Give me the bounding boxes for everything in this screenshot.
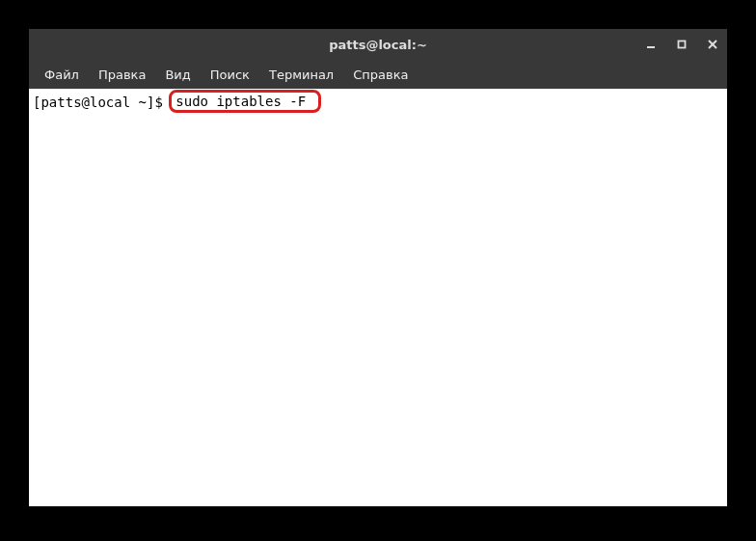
terminal-area[interactable]: [patts@local ~]$ sudo iptables -F bbox=[29, 89, 727, 506]
terminal-line: [patts@local ~]$ sudo iptables -F bbox=[33, 91, 723, 114]
highlighted-command: sudo iptables -F bbox=[169, 90, 320, 113]
terminal-window: patts@local:~ Файл Правка Вид bbox=[29, 29, 727, 506]
menu-edit[interactable]: Правка bbox=[89, 64, 155, 86]
window-controls bbox=[642, 36, 721, 53]
minimize-button[interactable] bbox=[642, 36, 660, 53]
shell-prompt: [patts@local ~]$ bbox=[33, 94, 171, 111]
close-button[interactable] bbox=[704, 36, 721, 53]
menu-search[interactable]: Поиск bbox=[201, 64, 259, 86]
minimize-icon bbox=[646, 40, 656, 49]
menu-view[interactable]: Вид bbox=[155, 64, 200, 86]
maximize-button[interactable] bbox=[673, 36, 690, 53]
menu-file[interactable]: Файл bbox=[35, 64, 89, 86]
window-title: patts@local:~ bbox=[329, 38, 427, 52]
titlebar[interactable]: patts@local:~ bbox=[29, 29, 727, 60]
menu-help[interactable]: Справка bbox=[343, 64, 418, 86]
menubar: Файл Правка Вид Поиск Терминал Справка bbox=[29, 60, 727, 89]
svg-rect-1 bbox=[679, 41, 686, 48]
maximize-icon bbox=[677, 40, 687, 49]
close-icon bbox=[708, 40, 717, 49]
menu-terminal[interactable]: Терминал bbox=[259, 64, 343, 86]
